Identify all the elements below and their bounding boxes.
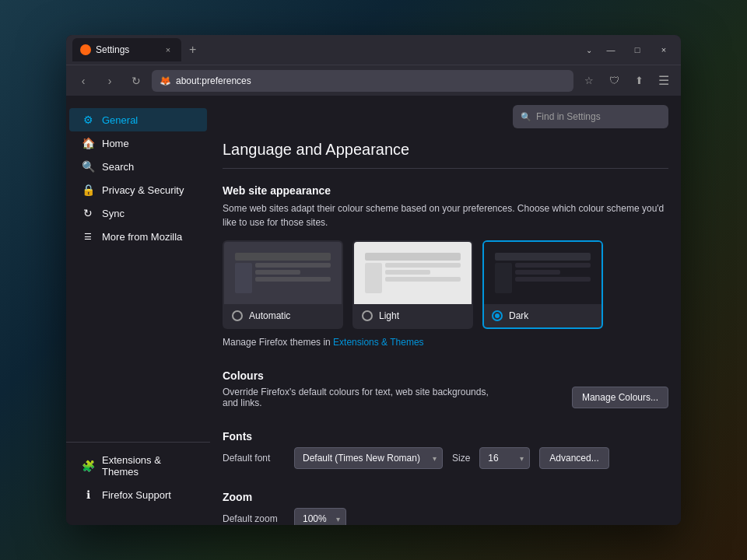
- address-favicon-icon: 🦊: [160, 75, 171, 86]
- size-select[interactable]: 16 12 14 18 20: [479, 447, 530, 469]
- zoom-section: Zoom Default zoom 100% 80% 90% 110% 120%…: [223, 491, 668, 525]
- colours-section: Colours Override Firefox's default colou…: [223, 369, 668, 408]
- gear-icon: ⚙: [82, 114, 94, 126]
- sidebar-item-label: Search: [102, 161, 134, 173]
- sidebar-item-general[interactable]: ⚙ General: [69, 108, 207, 131]
- automatic-preview: [224, 242, 342, 304]
- zoom-select-wrapper: 100% 80% 90% 110% 120% 150% 200% ▾: [294, 508, 346, 525]
- address-text: about:preferences: [176, 75, 251, 86]
- manage-themes-text: Manage Firefox themes in Extensions & Th…: [223, 337, 668, 348]
- colours-row: Override Firefox's default colours for t…: [223, 387, 668, 408]
- dark-preview: [484, 242, 601, 304]
- sidebar-item-privacy[interactable]: 🔒 Privacy & Security: [69, 178, 207, 201]
- title-bar: Settings × + ⌄ — □ ×: [66, 35, 681, 65]
- sidebar-item-label: Extensions & Themes: [102, 454, 195, 478]
- save-button[interactable]: ⬆: [628, 70, 650, 92]
- sidebar-item-sync[interactable]: ↻ Sync: [69, 201, 207, 225]
- browser-window: Settings × + ⌄ — □ × ‹ › ↻ 🦊 about:prefe…: [66, 35, 681, 525]
- sidebar-item-label: General: [102, 114, 138, 126]
- sidebar-item-more[interactable]: ☰ More from Mozilla: [69, 225, 207, 248]
- light-label: Light: [354, 304, 472, 327]
- window-controls: — □ ×: [600, 39, 675, 61]
- light-preview: [354, 242, 472, 304]
- sidebar-item-label: Sync: [102, 208, 124, 219]
- sidebar-nav: ⚙ General 🏠 Home 🔍 Search 🔒 Privacy & Se…: [66, 108, 210, 275]
- browser-content: ⚙ General 🏠 Home 🔍 Search 🔒 Privacy & Se…: [66, 96, 681, 525]
- manage-colours-button[interactable]: Manage Colours...: [572, 387, 668, 408]
- lock-icon: 🔒: [82, 184, 94, 196]
- sidebar-item-home[interactable]: 🏠 Home: [69, 131, 207, 155]
- info-icon: ℹ: [82, 488, 94, 501]
- zoom-row: Default zoom 100% 80% 90% 110% 120% 150%…: [223, 508, 668, 525]
- home-icon: 🏠: [82, 137, 94, 149]
- sync-icon: ↻: [82, 207, 94, 219]
- address-bar[interactable]: 🦊 about:preferences: [152, 70, 573, 92]
- colours-title: Colours: [223, 369, 668, 382]
- zoom-select[interactable]: 100% 80% 90% 110% 120% 150% 200%: [294, 508, 346, 525]
- settings-content: Language and Appearance Web site appeara…: [210, 128, 681, 525]
- sidebar-item-support[interactable]: ℹ Firefox Support: [69, 483, 207, 506]
- sidebar-item-label: Home: [102, 138, 129, 149]
- sidebar-item-extensions[interactable]: 🧩 Extensions & Themes: [69, 449, 207, 483]
- extensions-themes-link[interactable]: Extensions & Themes: [333, 337, 424, 348]
- appearance-option-dark[interactable]: Dark: [482, 240, 603, 329]
- find-bar[interactable]: 🔍 Find in Settings: [513, 105, 668, 128]
- menu-button[interactable]: ☰: [653, 70, 675, 92]
- colours-desc: Override Firefox's default colours for t…: [223, 387, 495, 408]
- font-select-wrapper: Default (Times New Roman) Arial Georgia …: [294, 447, 443, 469]
- nav-bar: ‹ › ↻ 🦊 about:preferences ☆ 🛡 ⬆ ☰: [66, 65, 681, 96]
- extensions-icon: 🧩: [82, 460, 94, 472]
- appearance-option-light[interactable]: Light: [352, 240, 473, 329]
- find-search-icon: 🔍: [521, 112, 531, 122]
- default-zoom-label: Default zoom: [223, 513, 285, 524]
- sidebar-item-label: More from Mozilla: [102, 231, 182, 243]
- automatic-radio[interactable]: [232, 310, 243, 321]
- zoom-title: Zoom: [223, 491, 668, 503]
- nav-actions: ☆ 🛡 ⬆ ☰: [578, 70, 675, 92]
- appearance-desc: Some web sites adapt their colour scheme…: [223, 201, 668, 229]
- search-icon: 🔍: [82, 160, 94, 173]
- fonts-row: Default font Default (Times New Roman) A…: [223, 447, 668, 469]
- reader-view-button[interactable]: 🛡: [603, 70, 625, 92]
- appearance-title: Web site appearance: [223, 184, 668, 197]
- reload-button[interactable]: ↻: [125, 70, 147, 92]
- size-select-wrapper: 16 12 14 18 20 ▾: [479, 447, 530, 469]
- find-placeholder: Find in Settings: [536, 111, 601, 122]
- mozilla-icon: ☰: [82, 230, 94, 243]
- sidebar: ⚙ General 🏠 Home 🔍 Search 🔒 Privacy & Se…: [66, 96, 210, 525]
- forward-button[interactable]: ›: [99, 70, 121, 92]
- appearance-section: Web site appearance Some web sites adapt…: [223, 184, 668, 348]
- tab-strip: Settings × +: [72, 38, 578, 61]
- sidebar-item-label: Privacy & Security: [102, 184, 184, 196]
- right-panel: 🔍 Find in Settings Language and Appearan…: [210, 96, 681, 525]
- back-button[interactable]: ‹: [72, 70, 94, 92]
- tab-close-button[interactable]: ×: [163, 44, 174, 55]
- sidebar-item-search[interactable]: 🔍 Search: [69, 155, 207, 178]
- light-radio[interactable]: [362, 310, 373, 321]
- dark-label: Dark: [484, 304, 601, 327]
- size-label: Size: [452, 453, 470, 464]
- default-font-label: Default font: [223, 453, 285, 464]
- appearance-option-automatic[interactable]: Automatic: [223, 240, 343, 329]
- tab-title: Settings: [96, 44, 129, 55]
- advanced-fonts-button[interactable]: Advanced...: [539, 447, 608, 469]
- minimize-button[interactable]: —: [600, 39, 622, 61]
- sidebar-bottom: 🧩 Extensions & Themes ℹ Firefox Support: [66, 442, 210, 513]
- close-button[interactable]: ×: [653, 39, 675, 61]
- dark-radio[interactable]: [492, 310, 503, 321]
- fonts-section: Fonts Default font Default (Times New Ro…: [223, 430, 668, 469]
- new-tab-button[interactable]: +: [184, 43, 201, 57]
- section-title: Language and Appearance: [223, 128, 668, 169]
- settings-tab[interactable]: Settings ×: [72, 38, 181, 61]
- fonts-title: Fonts: [223, 430, 668, 443]
- bookmark-button[interactable]: ☆: [578, 70, 600, 92]
- tab-favicon: [80, 44, 91, 55]
- automatic-label: Automatic: [224, 304, 342, 327]
- font-select[interactable]: Default (Times New Roman) Arial Georgia …: [294, 447, 443, 469]
- maximize-button[interactable]: □: [626, 39, 648, 61]
- dropdown-button[interactable]: ⌄: [581, 46, 597, 54]
- appearance-options: Automatic: [223, 240, 668, 329]
- find-bar-wrapper: 🔍 Find in Settings: [210, 96, 681, 128]
- sidebar-item-label: Firefox Support: [102, 489, 171, 501]
